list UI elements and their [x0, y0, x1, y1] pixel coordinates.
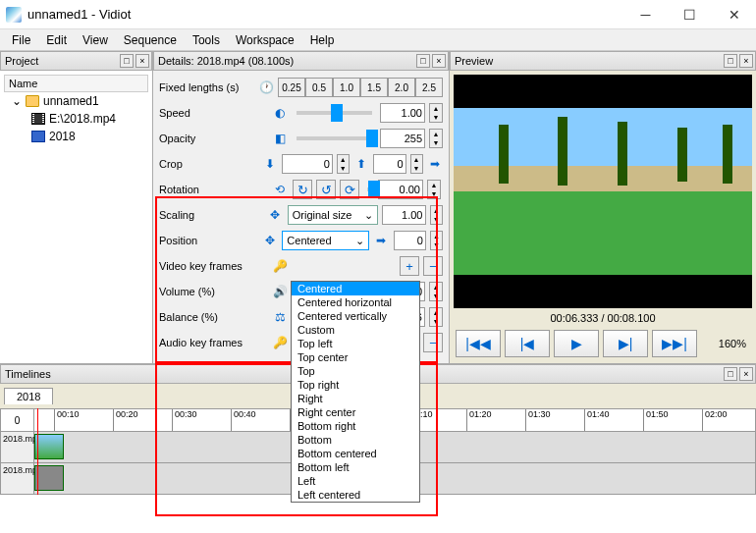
dropdown-option[interactable]: Custom — [292, 323, 419, 337]
dropdown-option[interactable]: Bottom left — [292, 460, 419, 474]
crop-x-spinner[interactable]: ▲▼ — [337, 154, 350, 174]
arrow-up-icon: ⬆ — [353, 155, 369, 173]
akey-remove-button[interactable]: − — [423, 333, 443, 352]
vkey-label: Video key frames — [159, 260, 267, 272]
fixlen-btn[interactable]: 1.0 — [333, 78, 360, 97]
volume-spinner[interactable]: ▲▼ — [429, 282, 443, 301]
tree-item[interactable]: E:\2018.mp4 — [4, 110, 148, 128]
dropdown-option[interactable]: Top left — [292, 337, 419, 350]
audio-clip[interactable] — [34, 465, 64, 491]
timeline-tab[interactable]: 2018 — [4, 388, 53, 404]
tree-column-name[interactable]: Name — [4, 75, 148, 92]
preview-title: Preview — [455, 55, 493, 67]
dropdown-option[interactable]: Right — [292, 392, 419, 405]
position-select[interactable]: Centered⌄ — [282, 231, 369, 250]
tree-item[interactable]: 2018 — [4, 128, 148, 145]
clip-icon — [31, 113, 45, 125]
dropdown-option[interactable]: Centered vertically — [292, 309, 419, 323]
rotate-ccw-icon[interactable]: ↺ — [316, 180, 336, 199]
tick-label: 01:50 — [643, 409, 669, 431]
tree-item-label: E:\2018.mp4 — [49, 112, 116, 126]
fixed-length-label: Fixed lengths (s) — [159, 81, 254, 93]
dropdown-option[interactable]: Bottom right — [292, 419, 419, 433]
dropdown-option[interactable]: Top right — [292, 378, 419, 392]
menu-file[interactable]: File — [4, 31, 38, 49]
rotation-slider[interactable] — [367, 187, 370, 191]
dropdown-option[interactable]: Bottom centered — [292, 447, 419, 460]
play-button[interactable]: ▶ — [554, 330, 599, 357]
tick-label: 00:10 — [54, 409, 80, 431]
menu-view[interactable]: View — [75, 31, 116, 49]
tree-root[interactable]: ⌄ unnamed1 — [4, 92, 148, 110]
opacity-slider[interactable] — [297, 136, 372, 140]
crop-y[interactable]: 0 — [373, 154, 405, 174]
panel-max-icon[interactable]: □ — [724, 367, 737, 381]
dropdown-option[interactable]: Top — [292, 364, 419, 378]
scaling-spinner[interactable]: ▲▼ — [430, 205, 444, 225]
position-x[interactable]: 0 — [394, 231, 426, 250]
scaling-select[interactable]: Original size⌄ — [288, 205, 378, 225]
rotate-cw-icon[interactable]: ↻ — [293, 180, 312, 199]
scaling-value[interactable]: 1.00 — [382, 205, 425, 225]
position-dropdown[interactable]: CenteredCentered horizontalCentered vert… — [291, 281, 420, 503]
balance-spinner[interactable]: ▲▼ — [429, 307, 443, 327]
panel-close-icon[interactable]: × — [739, 367, 753, 381]
time-display: 00:06.333 / 00:08.100 — [454, 308, 752, 328]
maximize-button[interactable]: ☐ — [668, 0, 712, 29]
prev-frame-button[interactable]: |◀ — [505, 330, 550, 357]
dropdown-option[interactable]: Bottom — [292, 433, 419, 447]
dropdown-option[interactable]: Left centered — [292, 488, 419, 502]
fixlen-btn[interactable]: 2.5 — [415, 78, 443, 97]
arrow-down-icon: ⬇ — [262, 155, 278, 173]
opacity-value[interactable]: 255 — [380, 129, 425, 148]
dropdown-option[interactable]: Left — [292, 474, 419, 488]
dropdown-option[interactable]: Right center — [292, 405, 419, 419]
goto-end-button[interactable]: ▶▶| — [652, 330, 697, 357]
video-preview[interactable] — [454, 75, 752, 308]
playhead[interactable] — [37, 408, 38, 495]
rotation-spinner[interactable]: ▲▼ — [427, 180, 441, 199]
next-frame-button[interactable]: ▶| — [603, 330, 648, 357]
panel-close-icon[interactable]: × — [432, 54, 446, 68]
crop-y-spinner[interactable]: ▲▼ — [410, 154, 423, 174]
goto-start-button[interactable]: |◀◀ — [456, 330, 501, 357]
dropdown-option[interactable]: Top center — [292, 350, 419, 364]
dropdown-option[interactable]: Centered horizontal — [292, 295, 419, 309]
video-icon — [31, 131, 45, 142]
menu-help[interactable]: Help — [302, 31, 343, 49]
opacity-spinner[interactable]: ▲▼ — [429, 129, 443, 148]
speed-value[interactable]: 1.00 — [380, 103, 425, 123]
vkey-remove-button[interactable]: − — [423, 256, 443, 276]
fixlen-btn[interactable]: 2.0 — [388, 78, 415, 97]
panel-close-icon[interactable]: × — [135, 54, 149, 68]
crop-x[interactable]: 0 — [282, 154, 333, 174]
position-spinner[interactable]: ▲▼ — [430, 231, 443, 250]
minimize-button[interactable]: ─ — [623, 0, 668, 29]
menu-tools[interactable]: Tools — [185, 31, 228, 49]
fixlen-btn[interactable]: 1.5 — [360, 78, 388, 97]
speed-spinner[interactable]: ▲▼ — [429, 103, 443, 123]
vkey-add-button[interactable]: + — [400, 256, 419, 276]
project-header: Project □× — [0, 51, 152, 71]
timeline-title: Timelines — [5, 368, 51, 380]
rotation-value[interactable]: 0.00 — [378, 180, 423, 199]
menu-sequence[interactable]: Sequence — [116, 31, 185, 49]
close-button[interactable]: ✕ — [712, 0, 756, 29]
speed-slider[interactable] — [297, 111, 372, 115]
video-frame — [454, 108, 752, 275]
dropdown-option[interactable]: Centered — [292, 282, 419, 295]
refresh-icon[interactable]: ⟲ — [271, 181, 289, 198]
rotate-reset-icon[interactable]: ⟳ — [340, 180, 359, 199]
opacity-icon: ◧ — [271, 130, 289, 147]
app-icon — [6, 7, 22, 23]
panel-max-icon[interactable]: □ — [416, 54, 430, 68]
menu-edit[interactable]: Edit — [38, 31, 75, 49]
collapse-icon[interactable]: ⌄ — [12, 94, 22, 108]
panel-close-icon[interactable]: × — [739, 54, 753, 68]
fixlen-btn[interactable]: 0.5 — [305, 78, 333, 97]
fixlen-btn[interactable]: 0.25 — [278, 78, 305, 97]
menu-workspace[interactable]: Workspace — [228, 31, 302, 49]
video-clip[interactable] — [34, 434, 64, 459]
panel-max-icon[interactable]: □ — [120, 54, 134, 68]
panel-max-icon[interactable]: □ — [724, 54, 737, 68]
